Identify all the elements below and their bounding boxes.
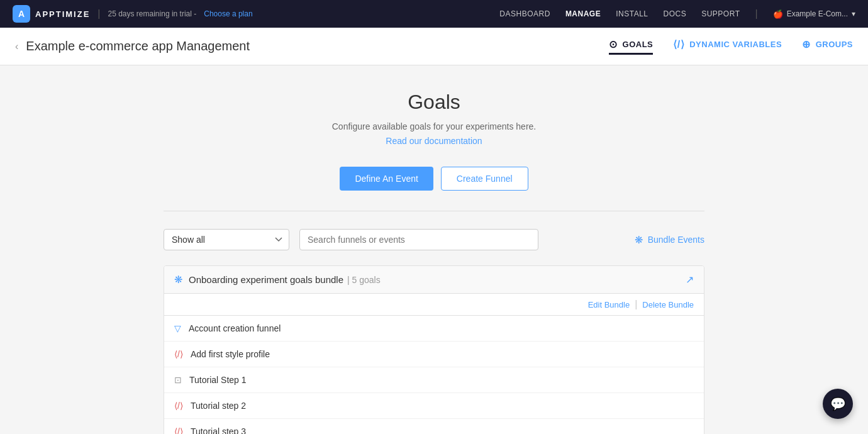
bundle-action-separator: | <box>635 299 637 310</box>
section-divider <box>164 211 704 211</box>
bundle-layers-icon: ❋ <box>174 274 182 286</box>
app-name: Example E-Com... <box>787 9 848 18</box>
dynamic-variables-tab-icon: ⟨/⟩ <box>673 38 684 50</box>
code-icon-3: ⟨/⟩ <box>174 426 183 434</box>
logo-text: APPTIMIZE <box>35 9 90 19</box>
funnel-icon-1: ▽ <box>174 323 181 333</box>
groups-tab-icon: ⊕ <box>802 38 811 50</box>
code-icon-2: ⟨/⟩ <box>174 401 183 411</box>
nav-docs[interactable]: DOCS <box>664 9 687 18</box>
nav-install[interactable]: INSTALL <box>616 9 648 18</box>
filter-row: Show all Events only Funnels only Bundle… <box>164 229 704 250</box>
goal-item-5: ⟨/⟩ Tutorial step 3 <box>164 419 704 434</box>
goal-name-2: Add first style profile <box>191 349 270 359</box>
goal-name-5: Tutorial step 3 <box>191 426 246 434</box>
tab-goals-label: GOALS <box>623 40 654 49</box>
app-selector[interactable]: 🍎 Example E-Com... ▾ <box>773 9 855 19</box>
bundle-events-icon: ❋ <box>635 234 643 246</box>
back-arrow-icon[interactable]: ‹ <box>15 41 18 52</box>
nav-dashboard[interactable]: DASHBOARD <box>499 9 550 18</box>
bundle-card: ❋ Onboarding experiment goals bundle | 5… <box>164 265 704 434</box>
tab-groups-label: GROUPS <box>816 40 853 49</box>
delete-bundle-link[interactable]: Delete Bundle <box>642 300 694 309</box>
main-content: Goals Configure available goals for your… <box>151 65 717 434</box>
apple-icon: 🍎 <box>773 9 783 19</box>
top-nav: DASHBOARD MANAGE INSTALL DOCS SUPPORT | … <box>499 8 855 19</box>
goals-hero-title: Goals <box>164 91 704 114</box>
chat-bubble[interactable]: 💬 <box>823 389 853 419</box>
bundle-expand-icon[interactable]: ↗ <box>686 274 694 286</box>
action-buttons: Define An Event Create Funnel <box>164 167 704 191</box>
image-icon-1: ⊡ <box>174 375 182 385</box>
bundle-events-button[interactable]: ❋ Bundle Events <box>635 234 704 246</box>
define-event-button[interactable]: Define An Event <box>340 167 433 191</box>
bundle-count: | 5 goals <box>347 275 381 285</box>
show-all-select[interactable]: Show all Events only Funnels only Bundle… <box>164 229 289 250</box>
tab-goals[interactable]: ⊙ GOALS <box>609 38 653 55</box>
choose-plan-link[interactable]: Choose a plan <box>204 9 252 18</box>
create-funnel-button[interactable]: Create Funnel <box>441 167 528 191</box>
tab-groups[interactable]: ⊕ GROUPS <box>802 38 853 55</box>
chat-icon: 💬 <box>830 396 846 411</box>
trial-text: 25 days remaining in trial - <box>108 9 197 18</box>
nav-divider-1: | <box>97 8 100 19</box>
goals-tab-icon: ⊙ <box>609 38 618 50</box>
goal-name-3: Tutorial Step 1 <box>189 375 247 385</box>
app-selector-chevron: ▾ <box>852 9 855 18</box>
code-icon-1: ⟨/⟩ <box>174 349 183 359</box>
goal-item-3: ⊡ Tutorial Step 1 <box>164 367 704 393</box>
logo-icon: A <box>13 5 30 23</box>
page-title: Example e-commerce app Management <box>26 39 250 53</box>
goals-hero: Goals Configure available goals for your… <box>164 91 704 147</box>
bundle-header: ❋ Onboarding experiment goals bundle | 5… <box>164 266 704 294</box>
goal-item-2: ⟨/⟩ Add first style profile <box>164 342 704 367</box>
nav-divider-2: | <box>755 8 757 19</box>
nav-support[interactable]: SUPPORT <box>701 9 740 18</box>
goals-hero-subtitle: Configure available goals for your exper… <box>164 121 704 131</box>
tab-dynamic-variables-label: DYNAMIC VARIABLES <box>689 40 782 49</box>
top-bar: A APPTIMIZE | 25 days remaining in trial… <box>0 0 868 28</box>
tab-dynamic-variables[interactable]: ⟨/⟩ DYNAMIC VARIABLES <box>673 38 782 55</box>
edit-bundle-link[interactable]: Edit Bundle <box>588 300 630 309</box>
read-documentation-link[interactable]: Read our documentation <box>386 136 482 146</box>
goal-name-1: Account creation funnel <box>189 323 281 333</box>
page-header: ‹ Example e-commerce app Management ⊙ GO… <box>0 28 868 65</box>
nav-manage[interactable]: MANAGE <box>565 9 601 18</box>
bundle-actions: Edit Bundle | Delete Bundle <box>164 294 704 316</box>
page-title-area: ‹ Example e-commerce app Management <box>15 39 250 53</box>
logo-area: A APPTIMIZE <box>13 5 90 23</box>
page-tabs: ⊙ GOALS ⟨/⟩ DYNAMIC VARIABLES ⊕ GROUPS <box>609 38 853 55</box>
bundle-events-label: Bundle Events <box>648 235 704 245</box>
goal-item-1: ▽ Account creation funnel <box>164 316 704 342</box>
goal-name-4: Tutorial step 2 <box>191 401 246 411</box>
search-input[interactable] <box>299 229 538 250</box>
goal-item-4: ⟨/⟩ Tutorial step 2 <box>164 393 704 419</box>
bundle-title: Onboarding experiment goals bundle <box>189 274 343 285</box>
